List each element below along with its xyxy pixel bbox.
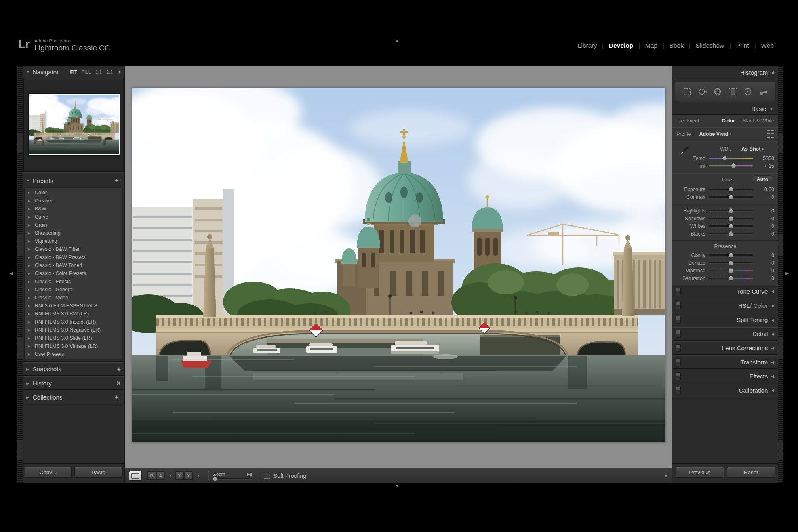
treatment-bw-option[interactable]: Black & White <box>743 118 774 124</box>
active-view-button[interactable]: A <box>156 471 165 480</box>
preset-folder[interactable]: ▶ Grain <box>25 221 122 229</box>
collapse-icon[interactable]: ▶ <box>26 395 33 400</box>
expand-icon[interactable]: ▶ <box>28 223 35 227</box>
expand-icon[interactable]: ▶ <box>28 312 35 316</box>
preset-folder[interactable]: ▶ Classic - B&W Toned <box>25 261 122 269</box>
zoom-1-1[interactable]: 1:1 <box>95 69 102 74</box>
preset-folder[interactable]: ▶ RNI FILMS 3.0 BW (LR) <box>25 310 122 318</box>
vibrance-slider[interactable] <box>709 270 753 271</box>
history-header[interactable]: ▶ History ✕ <box>23 377 124 389</box>
expand-icon[interactable]: ▶ <box>28 231 35 235</box>
panel-toggle-switch[interactable] <box>676 302 681 309</box>
calibration-panel-header[interactable]: Calibration ◀ <box>672 384 778 397</box>
auto-tone-button[interactable]: Auto <box>752 175 773 183</box>
module-map[interactable]: Map <box>640 42 663 49</box>
expand-icon[interactable]: ▶ <box>28 215 35 219</box>
tint-slider[interactable] <box>709 165 753 166</box>
add-preset-icon[interactable]: + <box>115 178 118 183</box>
expand-icon[interactable]: ▶ <box>28 328 35 332</box>
collection-menu-caret-icon[interactable]: ▾ <box>119 396 121 399</box>
preset-folder[interactable]: ▶ Classic - Effects <box>25 278 122 286</box>
collapse-icon[interactable]: ◀ <box>771 289 774 294</box>
panel-toggle-switch[interactable] <box>676 344 681 352</box>
expand-icon[interactable]: ▶ <box>28 296 35 300</box>
module-slideshow[interactable]: Slideshow <box>691 42 730 49</box>
preset-folder[interactable]: ▶ RNI FILMS 3.0 Vintage (LR) <box>25 342 122 350</box>
before-after-caret-icon[interactable]: ▼ <box>169 474 172 477</box>
radial-filter-icon[interactable] <box>742 86 754 98</box>
zoom-slider[interactable]: Zoom Fit <box>213 472 252 479</box>
preset-folder[interactable]: ▶ Creative <box>25 197 122 205</box>
preset-folder[interactable]: ▶ Curve <box>25 213 122 221</box>
profile-value[interactable]: Adobe Vivid <box>699 131 728 137</box>
module-library[interactable]: Library <box>573 42 602 49</box>
show-filmstrip-arrow[interactable]: ▼ <box>395 484 399 488</box>
zoom-track[interactable] <box>213 478 252 479</box>
preset-folder[interactable]: ▶ Classic - Video <box>25 294 122 302</box>
right-panel-scrollbar[interactable] <box>778 66 783 483</box>
copy-button[interactable]: Copy... <box>25 467 72 478</box>
zoom-thumb[interactable] <box>213 476 217 481</box>
zoom-2-1[interactable]: 2:1 <box>106 69 113 74</box>
compare-caret-icon[interactable]: ▼ <box>197 474 200 477</box>
add-collection-icon[interactable]: + <box>115 395 118 400</box>
loupe-view-button[interactable] <box>129 471 142 481</box>
collapse-left-panel-arrow[interactable]: ◀ <box>10 271 13 275</box>
expand-icon[interactable]: ▶ <box>28 191 35 195</box>
red-eye-correction-icon[interactable] <box>712 86 724 98</box>
module-book[interactable]: Book <box>664 42 689 49</box>
fit-label[interactable]: Fit <box>247 472 252 477</box>
effects-panel-header[interactable]: Effects ◀ <box>672 370 778 383</box>
histogram-header[interactable]: Histogram ◀ <box>672 66 778 79</box>
module-web[interactable]: Web <box>756 42 779 49</box>
preset-folder[interactable]: ▶ Classic - B&W Presets <box>25 253 122 261</box>
tone-curve-panel-header[interactable]: Tone Curve ◀ <box>672 285 778 298</box>
profile-browser-icon[interactable] <box>767 130 774 138</box>
contrast-slider[interactable] <box>709 196 753 198</box>
preset-folder[interactable]: ▶ Classic - General <box>25 286 122 294</box>
crop-overlay-icon[interactable] <box>681 86 693 98</box>
preset-folder[interactable]: ▶ Classic - B&W Filter <box>25 245 122 253</box>
expand-icon[interactable]: ▶ <box>28 207 35 211</box>
collapse-icon[interactable]: ▼ <box>26 179 33 183</box>
snapshots-header[interactable]: ▶ Snapshots + <box>23 363 124 375</box>
expand-icon[interactable]: ▶ <box>28 304 35 308</box>
whites-slider[interactable] <box>709 225 753 227</box>
split-toning-panel-header[interactable]: Split Toning ◀ <box>672 313 778 326</box>
zoom-fill[interactable]: FILL <box>82 69 91 74</box>
treatment-color-option[interactable]: Color <box>722 118 735 124</box>
detail-panel-header[interactable]: Detail ◀ <box>672 328 778 340</box>
collapse-icon[interactable]: ◀ <box>771 303 774 308</box>
collapse-icon[interactable]: ▼ <box>769 107 773 111</box>
profile-stepper-icon[interactable]: ▲▼ <box>729 132 732 136</box>
adjustment-brush-icon[interactable] <box>757 86 769 98</box>
white-balance-eyedropper-icon[interactable] <box>678 145 690 158</box>
temp-slider[interactable] <box>709 158 753 159</box>
expand-icon[interactable]: ▶ <box>28 345 35 348</box>
compare-view-buttons[interactable]: Y Y <box>175 471 193 480</box>
expand-icon[interactable]: ▶ <box>28 272 35 275</box>
expand-icon[interactable]: ▶ <box>28 240 35 243</box>
transform-panel-header[interactable]: Transform ◀ <box>672 356 778 368</box>
collapse-icon[interactable]: ◀ <box>771 70 774 75</box>
presets-header[interactable]: ▼ Presets + ▾ <box>23 175 124 187</box>
previous-button[interactable]: Previous <box>676 467 724 478</box>
zoom-fit[interactable]: FIT <box>70 69 77 74</box>
preset-folder[interactable]: ▶ RNI FILMS 3.0 Negative (LR) <box>25 326 122 334</box>
paste-button[interactable]: Paste <box>74 467 123 478</box>
collapse-icon[interactable]: ◀ <box>771 318 774 322</box>
expand-icon[interactable]: ▶ <box>28 256 35 259</box>
module-develop[interactable]: Develop <box>604 42 638 49</box>
zoom-stepper-icon[interactable]: ▲▼ <box>118 70 121 74</box>
panel-toggle-switch[interactable] <box>676 372 681 380</box>
collapse-icon[interactable]: ◀ <box>771 346 774 350</box>
collapse-icon[interactable]: ▶ <box>26 381 33 385</box>
clear-history-icon[interactable]: ✕ <box>116 380 121 386</box>
panel-toggle-switch[interactable] <box>676 288 681 295</box>
panel-toggle-switch[interactable] <box>676 330 681 338</box>
navigator-thumbnail[interactable] <box>29 94 120 155</box>
clarity-slider[interactable] <box>709 254 753 256</box>
hsl-color-panel-header[interactable]: HSL / Color ◀ <box>672 299 778 312</box>
soft-proofing-checkbox[interactable] <box>264 473 270 479</box>
panel-toggle-switch[interactable] <box>676 316 681 324</box>
